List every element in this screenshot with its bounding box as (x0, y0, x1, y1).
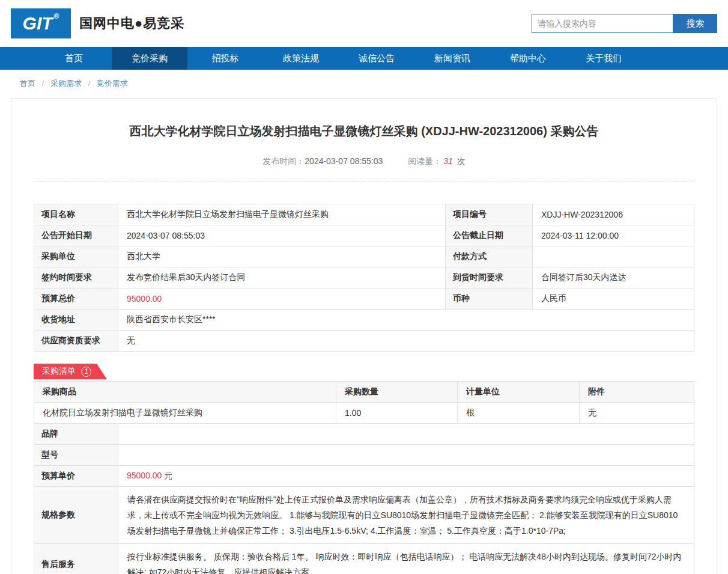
table-row: 型号 (34, 445, 694, 466)
project-number-label: 项目编号 (446, 204, 533, 225)
table-row: 规格参数 请各潜在供应商提交报价时在"响应附件"处上传正式报价单及需求响应偏离表… (34, 487, 694, 544)
purchase-list-tab-label: 采购清单 (42, 366, 76, 377)
table-row: 收货地址 陕西省西安市长安区**** (34, 310, 694, 331)
breadcrumb-home[interactable]: 首页 (20, 79, 35, 88)
product-table: 采购商品 采购数量 计量单位 附件 化材院日立场发射扫描电子显微镜灯丝采购 1.… (34, 381, 694, 424)
breadcrumb-separator: / (88, 79, 91, 88)
announcement-panel: 西北大学化材学院日立场发射扫描电子显微镜灯丝采购 (XDJJ-HW-202312… (11, 98, 717, 574)
purchaser-label: 采购单位 (34, 246, 118, 267)
unit-column-header: 计量单位 (458, 382, 580, 403)
project-name-value: 西北大学化材学院日立场发射扫描电子显微镜灯丝采购 (118, 204, 446, 225)
table-row: 项目名称 西北大学化材学院日立场发射扫描电子显微镜灯丝采购 项目编号 XDJJ-… (34, 204, 694, 225)
site-header: GIT® 国网中电●易竞采 搜索 (0, 0, 728, 47)
nav-item-bidding-purchase[interactable]: 竞价采购 (112, 47, 187, 70)
unit-price-label: 预算单价 (34, 466, 118, 487)
spec-params-label: 规格参数 (34, 487, 118, 544)
page-title: 西北大学化材学院日立场发射扫描电子显微镜灯丝采购 (XDJJ-HW-202312… (34, 123, 694, 139)
table-row: 售后服务 按行业标准提供服务。 质保期：验收合格后 1年。 响应时效：即时响应（… (34, 544, 694, 574)
breadcrumb: 首页 / 采购需求 / 竞价需求 (0, 70, 728, 98)
spec-params-value: 请各潜在供应商提交报价时在"响应附件"处上传正式报价单及需求响应偏离表（加盖公章… (118, 487, 694, 544)
search-bar: 搜索 (532, 14, 717, 33)
publish-time-value: 2024-03-07 08:55:03 (305, 156, 383, 166)
nav-item-integrity-notice[interactable]: 诚信公告 (339, 47, 414, 70)
nav-item-about-us[interactable]: 关于我们 (566, 47, 642, 70)
publish-info: 发布时间：2024-03-07 08:55:03 阅读量：31 次 (34, 156, 694, 182)
delivery-address-value: 陕西省西安市长安区**** (118, 310, 694, 331)
signing-time-label: 签约时间要求 (34, 267, 118, 289)
search-input[interactable] (532, 14, 673, 33)
notice-end-label: 公告截止日期 (446, 225, 533, 246)
delivery-time-label: 到货时间要求 (446, 267, 533, 289)
table-row: 化材院日立场发射扫描电子显微镜灯丝采购 1.00 根 无 (34, 403, 694, 424)
read-count-value: 31 (443, 156, 453, 166)
model-value (118, 445, 694, 466)
table-row: 公告开始日期 2024-03-07 08:55:03 公告截止日期 2024-0… (34, 225, 694, 246)
purchase-list-tab-row: 采购清单 1 (34, 364, 694, 379)
notice-end-value: 2024-03-11 12:00:00 (533, 225, 694, 246)
notice-start-label: 公告开始日期 (34, 225, 118, 246)
total-budget-label: 预算总价 (34, 289, 118, 310)
count-badge: 1 (81, 367, 91, 377)
read-count-unit: 次 (457, 156, 466, 166)
product-detail-table: 品牌 型号 预算单价 95000.00 元 规格参数 请各潜在供应商提交报价时在… (34, 423, 694, 574)
project-info-table: 项目名称 西北大学化材学院日立场发射扫描电子显微镜灯丝采购 项目编号 XDJJ-… (34, 204, 694, 352)
after-sales-value: 按行业标准提供服务。 质保期：验收合格后 1年。 响应时效：即时响应（包括电话响… (118, 544, 694, 574)
breadcrumb-purchase-demand[interactable]: 采购需求 (50, 79, 82, 88)
site-name: 国网中电●易竞采 (79, 14, 184, 32)
attachment-column-header: 附件 (580, 382, 694, 403)
project-name-label: 项目名称 (34, 204, 118, 225)
product-unit-value: 根 (458, 403, 580, 424)
payment-method-label: 付款方式 (446, 246, 533, 267)
brand-value (118, 424, 694, 445)
supplier-qualification-label: 供应商资质要求 (34, 331, 118, 352)
nav-item-help-center[interactable]: 帮助中心 (490, 47, 566, 70)
payment-method-value (533, 246, 694, 267)
after-sales-label: 售后服务 (34, 544, 118, 574)
nav-item-tendering[interactable]: 招投标 (187, 47, 263, 70)
product-column-header: 采购商品 (34, 382, 336, 403)
quantity-column-header: 采购数量 (336, 382, 458, 403)
table-row: 签约时间要求 发布竞价结果后30天内签订合同 到货时间要求 合同签订后30天内送… (34, 267, 694, 289)
table-row: 预算单价 95000.00 元 (34, 466, 694, 487)
nav-item-policies[interactable]: 政策法规 (263, 47, 339, 70)
product-name-value: 化材院日立场发射扫描电子显微镜灯丝采购 (34, 403, 336, 424)
delivery-time-value: 合同签订后30天内送达 (533, 267, 694, 289)
site-logo[interactable]: GIT® (11, 8, 71, 38)
product-attachment-value: 无 (580, 403, 694, 424)
registered-trademark-icon: ® (54, 12, 59, 20)
publish-time-label: 发布时间： (262, 156, 305, 166)
table-row: 品牌 (34, 424, 694, 445)
nav-item-news[interactable]: 新闻资讯 (414, 47, 490, 70)
product-quantity-value: 1.00 (336, 403, 458, 424)
currency-value: 人民币 (533, 289, 694, 310)
main-nav: 首页 竞价采购 招投标 政策法规 诚信公告 新闻资讯 帮助中心 关于我们 (0, 47, 728, 70)
brand-label: 品牌 (34, 424, 118, 445)
unit-price-value: 95000.00 元 (118, 466, 694, 487)
delivery-address-label: 收货地址 (34, 310, 118, 331)
purchaser-value: 西北大学 (118, 246, 446, 267)
breadcrumb-separator: / (42, 79, 44, 88)
nav-item-home[interactable]: 首页 (36, 47, 112, 70)
currency-label: 币种 (446, 289, 533, 310)
breadcrumb-bidding-demand[interactable]: 竞价需求 (97, 79, 128, 88)
tab-purchase-list[interactable]: 采购清单 1 (34, 364, 107, 379)
signing-time-value: 发布竞价结果后30天内签订合同 (118, 267, 446, 289)
table-row: 供应商资质要求 无 (34, 331, 694, 352)
table-row: 预算总价 95000.00 币种 人民币 (34, 289, 694, 310)
table-header-row: 采购商品 采购数量 计量单位 附件 (34, 382, 694, 403)
read-count-label: 阅读量： (408, 156, 441, 166)
supplier-qualification-value: 无 (118, 331, 694, 352)
project-number-value: XDJJ-HW-202312006 (533, 204, 694, 225)
search-button[interactable]: 搜索 (673, 14, 717, 33)
total-budget-value: 95000.00 (118, 289, 446, 310)
notice-start-value: 2024-03-07 08:55:03 (118, 225, 446, 246)
table-row: 采购单位 西北大学 付款方式 (34, 246, 694, 267)
logo-text: GIT (23, 13, 53, 34)
model-label: 型号 (34, 445, 118, 466)
